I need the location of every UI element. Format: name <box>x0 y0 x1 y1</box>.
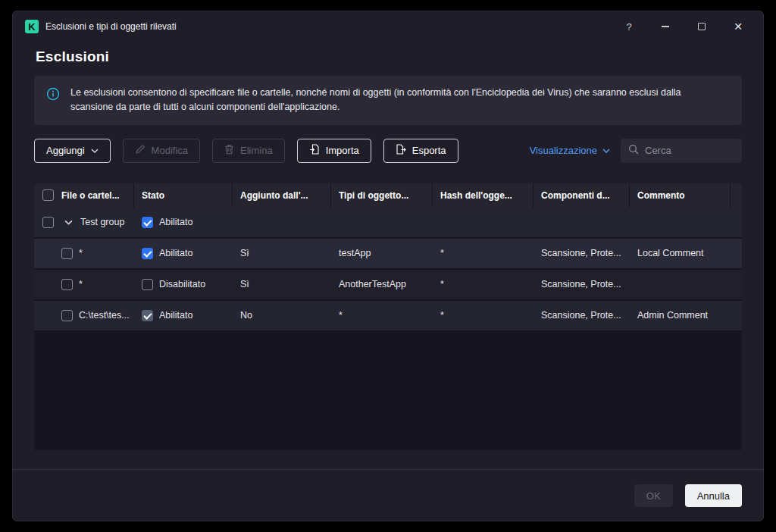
import-button-label: Importa <box>326 145 359 156</box>
components-value: Scansione, Prote... <box>534 310 630 321</box>
export-icon <box>396 144 406 157</box>
info-icon <box>46 87 60 104</box>
exclusions-table: File o cartel... Stato Aggiunto dall'...… <box>34 183 742 450</box>
column-header-added-by[interactable]: Aggiunto dall'... <box>233 183 331 208</box>
status-label: Abilitato <box>159 310 192 321</box>
minimize-button[interactable] <box>659 20 672 33</box>
object-type-value: testApp <box>331 248 433 258</box>
chevron-down-icon <box>91 149 99 153</box>
table-group-row[interactable]: Test group Abilitato <box>34 208 742 239</box>
table-row[interactable]: C:\test\tes... Abilitato No * * Scansion… <box>34 301 742 332</box>
trash-icon <box>224 144 234 157</box>
ok-button[interactable]: OK <box>634 484 673 507</box>
window-title: Esclusioni e tipi di oggetti rilevati <box>45 21 177 32</box>
select-all-checkbox[interactable] <box>42 189 54 201</box>
select-all-cell <box>34 183 61 208</box>
row-select-checkbox[interactable] <box>61 310 73 321</box>
enabled-checkbox-locked[interactable] <box>142 310 153 321</box>
view-dropdown[interactable]: Visualizzazione <box>530 145 610 156</box>
comment-value: Local Comment <box>630 248 731 258</box>
enabled-checkbox[interactable] <box>142 279 153 290</box>
status-label: Disabilitato <box>159 279 205 289</box>
column-header-file[interactable]: File o cartel... <box>61 183 134 208</box>
delete-button[interactable]: Elimina <box>212 139 285 163</box>
cancel-button[interactable]: Annulla <box>685 484 742 507</box>
exclusions-dialog: K Esclusioni e tipi di oggetti rilevati … <box>12 11 764 521</box>
status-label: Abilitato <box>159 248 192 258</box>
file-value: * <box>79 248 83 258</box>
import-button[interactable]: Importa <box>297 139 371 163</box>
file-value: C:\test\tes... <box>79 310 130 321</box>
row-select-checkbox[interactable] <box>61 248 73 259</box>
table-empty-area <box>34 332 742 450</box>
table-row[interactable]: * Disabilitato Sì AnotherTestApp * Scans… <box>34 270 742 301</box>
close-button[interactable]: ✕ <box>731 20 745 33</box>
components-value: Scansione, Prote... <box>534 279 630 289</box>
content-spacer <box>13 450 763 469</box>
export-button[interactable]: Esporta <box>383 139 458 163</box>
comment-value: Admin Comment <box>630 310 731 321</box>
status-label: Abilitato <box>159 217 192 227</box>
table-row[interactable]: * Abilitato Sì testApp * Scansione, Prot… <box>34 239 742 270</box>
edit-button-label: Modifica <box>152 145 188 156</box>
title-bar: K Esclusioni e tipi di oggetti rilevati … <box>13 11 763 42</box>
column-header-object-type[interactable]: Tipi di oggetto... <box>331 183 433 208</box>
column-header-hash[interactable]: Hash dell'ogge... <box>433 183 534 208</box>
page-title: Esclusioni <box>36 49 763 65</box>
file-value: * <box>79 279 83 289</box>
edit-button[interactable]: Modifica <box>123 139 200 163</box>
row-select-checkbox[interactable] <box>61 279 73 290</box>
info-banner: Le esclusioni consentono di specificare … <box>34 76 742 125</box>
added-by-value: No <box>233 310 331 321</box>
hash-value: * <box>433 279 534 289</box>
group-name: Test group <box>79 217 124 227</box>
export-button-label: Esporta <box>412 145 446 156</box>
object-type-value: AnotherTestApp <box>331 279 433 289</box>
maximize-button[interactable] <box>695 20 709 33</box>
help-button[interactable]: ? <box>622 20 636 33</box>
hash-value: * <box>433 310 534 321</box>
toolbar: Aggiungi Modifica Elimina Importa <box>34 139 742 163</box>
hash-value: * <box>433 248 534 258</box>
column-header-comment[interactable]: Commento <box>630 183 731 208</box>
add-button[interactable]: Aggiungi <box>34 139 111 163</box>
added-by-value: Sì <box>233 279 331 289</box>
object-type-value: * <box>331 310 433 321</box>
chevron-down-icon[interactable] <box>61 220 73 225</box>
added-by-value: Sì <box>233 248 331 258</box>
chevron-down-icon <box>602 149 610 153</box>
delete-button-label: Elimina <box>240 145 273 156</box>
column-header-components[interactable]: Componenti d... <box>534 183 630 208</box>
add-button-label: Aggiungi <box>46 145 85 156</box>
enabled-checkbox[interactable] <box>142 217 153 228</box>
minimize-icon <box>662 26 669 27</box>
search-box <box>621 139 742 163</box>
pencil-icon <box>135 144 146 157</box>
row-select-checkbox[interactable] <box>42 217 54 228</box>
footer-bar: OK Annulla <box>13 469 763 521</box>
search-icon <box>628 144 639 158</box>
header-filler <box>731 183 742 208</box>
column-header-status[interactable]: Stato <box>134 183 233 208</box>
search-input[interactable] <box>645 145 734 156</box>
view-dropdown-label: Visualizzazione <box>530 145 597 156</box>
maximize-icon <box>698 23 706 30</box>
import-icon <box>309 144 320 157</box>
table-header-row: File o cartel... Stato Aggiunto dall'...… <box>34 183 742 208</box>
window-controls: ? ✕ <box>622 20 745 33</box>
enabled-checkbox[interactable] <box>142 248 153 259</box>
components-value: Scansione, Prote... <box>534 248 630 258</box>
kaspersky-logo-icon: K <box>25 20 39 33</box>
info-text: Le esclusioni consentono di specificare … <box>70 86 722 115</box>
